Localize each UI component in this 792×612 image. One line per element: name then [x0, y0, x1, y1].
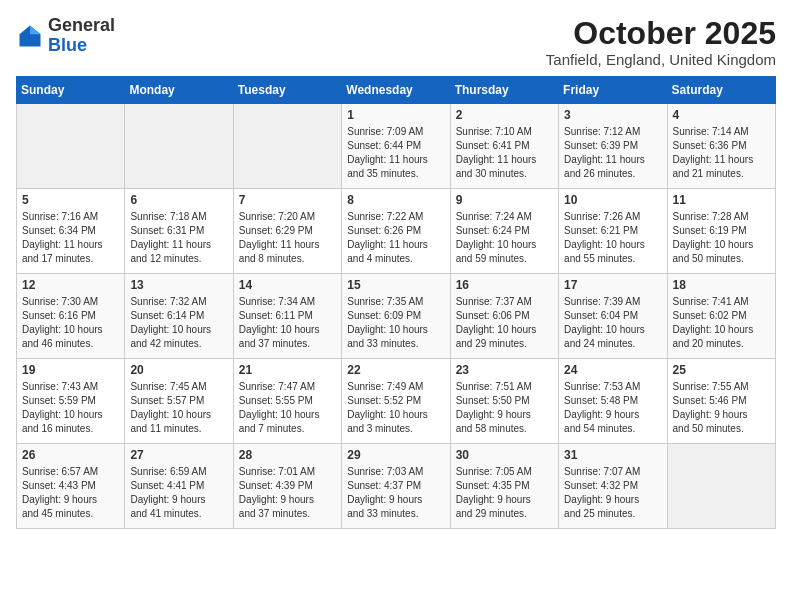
cell-content: Sunrise: 7:10 AM Sunset: 6:41 PM Dayligh… — [456, 125, 553, 181]
day-number: 6 — [130, 193, 227, 207]
day-number: 12 — [22, 278, 119, 292]
cell-content: Sunrise: 7:09 AM Sunset: 6:44 PM Dayligh… — [347, 125, 444, 181]
calendar-cell: 28Sunrise: 7:01 AM Sunset: 4:39 PM Dayli… — [233, 444, 341, 529]
day-number: 18 — [673, 278, 770, 292]
cell-content: Sunrise: 7:35 AM Sunset: 6:09 PM Dayligh… — [347, 295, 444, 351]
calendar-cell: 5Sunrise: 7:16 AM Sunset: 6:34 PM Daylig… — [17, 189, 125, 274]
day-number: 20 — [130, 363, 227, 377]
calendar-cell: 26Sunrise: 6:57 AM Sunset: 4:43 PM Dayli… — [17, 444, 125, 529]
calendar-cell: 20Sunrise: 7:45 AM Sunset: 5:57 PM Dayli… — [125, 359, 233, 444]
calendar-cell: 13Sunrise: 7:32 AM Sunset: 6:14 PM Dayli… — [125, 274, 233, 359]
svg-marker-1 — [30, 25, 41, 34]
day-number: 2 — [456, 108, 553, 122]
weekday-header: Thursday — [450, 77, 558, 104]
day-number: 7 — [239, 193, 336, 207]
cell-content: Sunrise: 7:14 AM Sunset: 6:36 PM Dayligh… — [673, 125, 770, 181]
weekday-header: Monday — [125, 77, 233, 104]
location: Tanfield, England, United Kingdom — [546, 51, 776, 68]
day-number: 11 — [673, 193, 770, 207]
calendar-cell: 15Sunrise: 7:35 AM Sunset: 6:09 PM Dayli… — [342, 274, 450, 359]
calendar-cell — [233, 104, 341, 189]
cell-content: Sunrise: 7:39 AM Sunset: 6:04 PM Dayligh… — [564, 295, 661, 351]
calendar-cell: 30Sunrise: 7:05 AM Sunset: 4:35 PM Dayli… — [450, 444, 558, 529]
weekday-header: Saturday — [667, 77, 775, 104]
calendar-cell: 22Sunrise: 7:49 AM Sunset: 5:52 PM Dayli… — [342, 359, 450, 444]
cell-content: Sunrise: 7:03 AM Sunset: 4:37 PM Dayligh… — [347, 465, 444, 521]
calendar-week-row: 19Sunrise: 7:43 AM Sunset: 5:59 PM Dayli… — [17, 359, 776, 444]
day-number: 24 — [564, 363, 661, 377]
day-number: 4 — [673, 108, 770, 122]
cell-content: Sunrise: 7:30 AM Sunset: 6:16 PM Dayligh… — [22, 295, 119, 351]
cell-content: Sunrise: 7:22 AM Sunset: 6:26 PM Dayligh… — [347, 210, 444, 266]
day-number: 3 — [564, 108, 661, 122]
cell-content: Sunrise: 7:49 AM Sunset: 5:52 PM Dayligh… — [347, 380, 444, 436]
cell-content: Sunrise: 7:05 AM Sunset: 4:35 PM Dayligh… — [456, 465, 553, 521]
day-number: 29 — [347, 448, 444, 462]
day-number: 17 — [564, 278, 661, 292]
cell-content: Sunrise: 7:51 AM Sunset: 5:50 PM Dayligh… — [456, 380, 553, 436]
cell-content: Sunrise: 7:16 AM Sunset: 6:34 PM Dayligh… — [22, 210, 119, 266]
cell-content: Sunrise: 7:43 AM Sunset: 5:59 PM Dayligh… — [22, 380, 119, 436]
page-header: General Blue October 2025 Tanfield, Engl… — [16, 16, 776, 68]
calendar-week-row: 26Sunrise: 6:57 AM Sunset: 4:43 PM Dayli… — [17, 444, 776, 529]
cell-content: Sunrise: 7:18 AM Sunset: 6:31 PM Dayligh… — [130, 210, 227, 266]
day-number: 19 — [22, 363, 119, 377]
calendar-cell: 17Sunrise: 7:39 AM Sunset: 6:04 PM Dayli… — [559, 274, 667, 359]
calendar-cell: 29Sunrise: 7:03 AM Sunset: 4:37 PM Dayli… — [342, 444, 450, 529]
calendar-cell: 18Sunrise: 7:41 AM Sunset: 6:02 PM Dayli… — [667, 274, 775, 359]
logo-text: General Blue — [48, 16, 115, 56]
calendar-cell: 6Sunrise: 7:18 AM Sunset: 6:31 PM Daylig… — [125, 189, 233, 274]
cell-content: Sunrise: 7:24 AM Sunset: 6:24 PM Dayligh… — [456, 210, 553, 266]
calendar-cell — [17, 104, 125, 189]
cell-content: Sunrise: 7:32 AM Sunset: 6:14 PM Dayligh… — [130, 295, 227, 351]
logo-icon — [16, 22, 44, 50]
day-number: 10 — [564, 193, 661, 207]
calendar-week-row: 1Sunrise: 7:09 AM Sunset: 6:44 PM Daylig… — [17, 104, 776, 189]
day-number: 22 — [347, 363, 444, 377]
cell-content: Sunrise: 6:59 AM Sunset: 4:41 PM Dayligh… — [130, 465, 227, 521]
day-number: 14 — [239, 278, 336, 292]
calendar-cell: 12Sunrise: 7:30 AM Sunset: 6:16 PM Dayli… — [17, 274, 125, 359]
cell-content: Sunrise: 7:20 AM Sunset: 6:29 PM Dayligh… — [239, 210, 336, 266]
calendar-cell: 1Sunrise: 7:09 AM Sunset: 6:44 PM Daylig… — [342, 104, 450, 189]
cell-content: Sunrise: 7:12 AM Sunset: 6:39 PM Dayligh… — [564, 125, 661, 181]
calendar-cell — [125, 104, 233, 189]
calendar-table: SundayMondayTuesdayWednesdayThursdayFrid… — [16, 76, 776, 529]
weekday-header-row: SundayMondayTuesdayWednesdayThursdayFrid… — [17, 77, 776, 104]
calendar-cell: 2Sunrise: 7:10 AM Sunset: 6:41 PM Daylig… — [450, 104, 558, 189]
day-number: 25 — [673, 363, 770, 377]
calendar-cell: 14Sunrise: 7:34 AM Sunset: 6:11 PM Dayli… — [233, 274, 341, 359]
logo: General Blue — [16, 16, 115, 56]
calendar-cell — [667, 444, 775, 529]
day-number: 31 — [564, 448, 661, 462]
cell-content: Sunrise: 7:07 AM Sunset: 4:32 PM Dayligh… — [564, 465, 661, 521]
day-number: 26 — [22, 448, 119, 462]
calendar-cell: 4Sunrise: 7:14 AM Sunset: 6:36 PM Daylig… — [667, 104, 775, 189]
cell-content: Sunrise: 7:34 AM Sunset: 6:11 PM Dayligh… — [239, 295, 336, 351]
month-title: October 2025 — [546, 16, 776, 51]
day-number: 30 — [456, 448, 553, 462]
day-number: 21 — [239, 363, 336, 377]
weekday-header: Tuesday — [233, 77, 341, 104]
day-number: 27 — [130, 448, 227, 462]
cell-content: Sunrise: 7:01 AM Sunset: 4:39 PM Dayligh… — [239, 465, 336, 521]
calendar-cell: 10Sunrise: 7:26 AM Sunset: 6:21 PM Dayli… — [559, 189, 667, 274]
cell-content: Sunrise: 7:37 AM Sunset: 6:06 PM Dayligh… — [456, 295, 553, 351]
calendar-week-row: 12Sunrise: 7:30 AM Sunset: 6:16 PM Dayli… — [17, 274, 776, 359]
calendar-cell: 31Sunrise: 7:07 AM Sunset: 4:32 PM Dayli… — [559, 444, 667, 529]
day-number: 9 — [456, 193, 553, 207]
cell-content: Sunrise: 7:41 AM Sunset: 6:02 PM Dayligh… — [673, 295, 770, 351]
cell-content: Sunrise: 6:57 AM Sunset: 4:43 PM Dayligh… — [22, 465, 119, 521]
day-number: 1 — [347, 108, 444, 122]
day-number: 8 — [347, 193, 444, 207]
calendar-cell: 3Sunrise: 7:12 AM Sunset: 6:39 PM Daylig… — [559, 104, 667, 189]
weekday-header: Friday — [559, 77, 667, 104]
cell-content: Sunrise: 7:47 AM Sunset: 5:55 PM Dayligh… — [239, 380, 336, 436]
calendar-cell: 25Sunrise: 7:55 AM Sunset: 5:46 PM Dayli… — [667, 359, 775, 444]
cell-content: Sunrise: 7:45 AM Sunset: 5:57 PM Dayligh… — [130, 380, 227, 436]
calendar-cell: 27Sunrise: 6:59 AM Sunset: 4:41 PM Dayli… — [125, 444, 233, 529]
title-block: October 2025 Tanfield, England, United K… — [546, 16, 776, 68]
cell-content: Sunrise: 7:55 AM Sunset: 5:46 PM Dayligh… — [673, 380, 770, 436]
calendar-week-row: 5Sunrise: 7:16 AM Sunset: 6:34 PM Daylig… — [17, 189, 776, 274]
day-number: 28 — [239, 448, 336, 462]
